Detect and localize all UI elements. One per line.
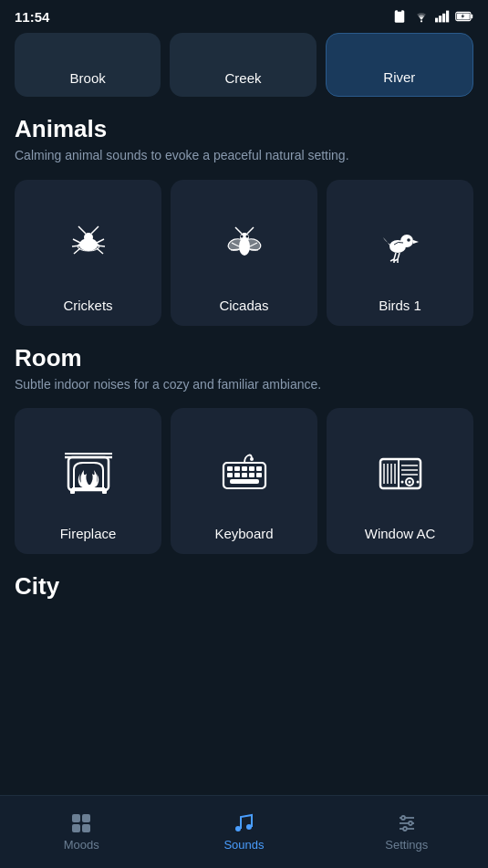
svg-point-72: [408, 480, 410, 483]
cicadas-label: Cicadas: [219, 298, 268, 313]
svg-rect-59: [256, 473, 262, 477]
cicadas-icon: [222, 198, 267, 290]
birds1-card[interactable]: Birds 1: [327, 180, 473, 326]
animals-section-header: Animals Calming animal sounds to evoke a…: [0, 104, 488, 180]
river-card[interactable]: River: [326, 33, 473, 97]
svg-rect-53: [249, 466, 254, 471]
bird-svg: [378, 221, 423, 267]
room-desc: Subtle indoor noises for a cozy and fami…: [15, 376, 473, 394]
svg-rect-51: [234, 466, 240, 471]
svg-rect-58: [249, 473, 254, 477]
svg-rect-3: [435, 18, 438, 23]
svg-rect-77: [72, 824, 80, 832]
svg-rect-57: [242, 473, 247, 477]
svg-point-34: [400, 235, 413, 247]
keyboard-card[interactable]: Keyboard: [171, 408, 317, 554]
svg-line-37: [394, 253, 396, 259]
svg-point-86: [403, 827, 407, 831]
cricket-svg: [66, 221, 111, 267]
svg-line-12: [78, 226, 86, 234]
svg-rect-75: [72, 814, 80, 822]
creek-label: Creek: [224, 70, 261, 86]
fireplace-card[interactable]: Fireplace: [15, 408, 161, 554]
brook-card[interactable]: Brook: [15, 33, 161, 97]
svg-point-23: [240, 235, 243, 238]
birds1-icon: [378, 198, 423, 290]
svg-point-36: [407, 238, 410, 242]
fireplace-icon: [65, 426, 112, 518]
svg-rect-0: [395, 10, 405, 23]
birds1-label: Birds 1: [379, 298, 421, 313]
svg-rect-4: [439, 16, 441, 22]
signal-icon: [435, 10, 450, 23]
svg-point-74: [416, 480, 419, 483]
svg-rect-1: [398, 9, 402, 12]
windowac-svg: [377, 450, 424, 496]
svg-rect-78: [82, 824, 90, 832]
bottom-nav: Moods Sounds Settings: [0, 795, 488, 868]
svg-rect-52: [242, 466, 247, 471]
city-section-header: City: [0, 561, 488, 608]
nav-settings[interactable]: Settings: [326, 812, 488, 852]
animals-cards: Crickets: [0, 180, 488, 333]
svg-rect-8: [471, 15, 472, 19]
svg-point-61: [250, 457, 254, 461]
svg-rect-54: [256, 466, 262, 471]
svg-rect-55: [227, 473, 233, 477]
svg-line-38: [398, 253, 400, 259]
cicadas-card[interactable]: Cicadas: [171, 180, 317, 326]
svg-line-17: [97, 239, 104, 243]
water-cards-row: Brook Creek River: [0, 33, 488, 104]
svg-line-14: [73, 239, 80, 243]
animals-title: Animals: [15, 115, 473, 143]
city-title: City: [15, 572, 473, 601]
crickets-icon: [66, 198, 111, 290]
svg-point-84: [401, 816, 405, 820]
status-icons: [391, 8, 473, 25]
sounds-icon: [233, 812, 254, 834]
svg-rect-62: [380, 459, 421, 488]
windowac-label: Window AC: [365, 526, 436, 541]
svg-line-13: [91, 226, 99, 234]
settings-nav-label: Settings: [385, 838, 428, 852]
svg-rect-5: [442, 14, 445, 23]
windowac-icon: [377, 426, 424, 518]
keyboard-icon: [221, 426, 268, 518]
svg-line-26: [247, 227, 254, 234]
svg-point-20: [78, 242, 99, 251]
nav-moods[interactable]: Moods: [0, 812, 162, 852]
clipboard-icon: [391, 8, 408, 25]
sounds-nav-label: Sounds: [223, 838, 264, 852]
room-title: Room: [15, 344, 473, 372]
svg-rect-47: [70, 488, 75, 494]
svg-rect-60: [230, 479, 259, 484]
windowac-card[interactable]: Window AC: [327, 408, 473, 554]
svg-rect-48: [102, 488, 107, 494]
svg-point-73: [400, 480, 403, 483]
svg-rect-6: [446, 11, 449, 23]
crickets-card[interactable]: Crickets: [15, 180, 161, 326]
animals-desc: Calming animal sounds to evoke a peacefu…: [15, 147, 473, 165]
svg-point-11: [84, 233, 93, 242]
room-section-header: Room Subtle indoor noises for a cozy and…: [0, 333, 488, 409]
svg-rect-56: [234, 473, 240, 477]
keyboard-svg: [221, 450, 268, 496]
cicada-svg: [222, 221, 267, 267]
svg-point-2: [421, 20, 422, 22]
crickets-label: Crickets: [63, 298, 112, 313]
status-time: 11:54: [15, 9, 49, 25]
moods-icon: [70, 812, 92, 834]
room-cards: Fireplace: [0, 408, 488, 561]
fireplace-svg: [65, 450, 112, 496]
river-label: River: [383, 69, 415, 85]
settings-icon: [396, 812, 418, 834]
svg-point-24: [245, 235, 248, 238]
svg-point-79: [235, 826, 241, 831]
nav-sounds[interactable]: Sounds: [162, 812, 325, 852]
creek-card[interactable]: Creek: [170, 33, 316, 97]
wifi-icon: [413, 10, 430, 23]
svg-rect-76: [82, 814, 90, 822]
svg-line-25: [235, 227, 242, 234]
keyboard-label: Keyboard: [214, 526, 273, 541]
status-bar: 11:54: [0, 0, 488, 33]
